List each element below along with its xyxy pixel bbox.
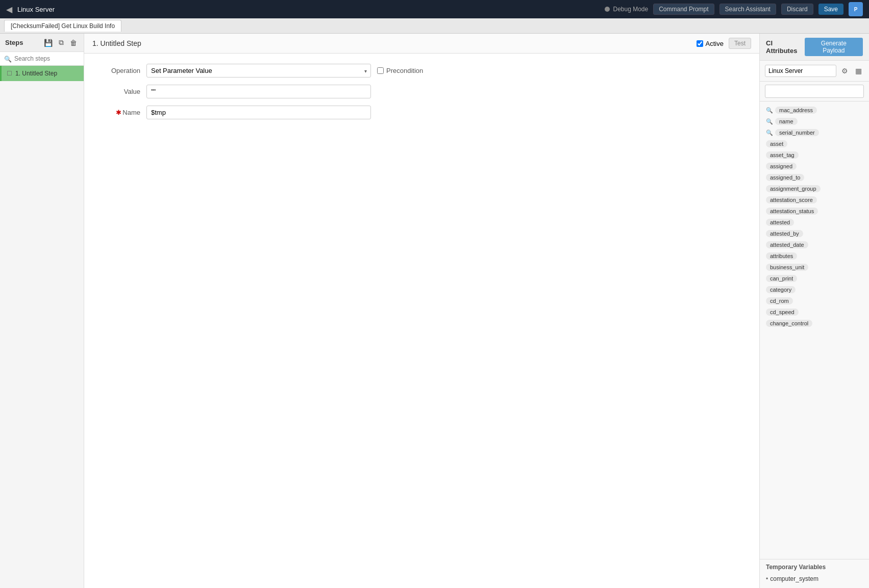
attr-label: serial_number (775, 129, 819, 136)
step-form: Operation Set Parameter Value Get Parame… (84, 54, 759, 137)
active-checkbox-input[interactable] (697, 40, 703, 47)
value-input[interactable] (146, 85, 371, 98)
steps-icons: 💾 ⧉ 🗑 (42, 38, 79, 47)
search-mini-icon: 🔍 (766, 130, 773, 136)
ci-attr-item[interactable]: attested (760, 217, 869, 228)
attr-label: attestation_status (766, 208, 818, 215)
ci-attr-item[interactable]: can_print (760, 273, 869, 284)
value-row: Value (100, 85, 744, 98)
operation-select[interactable]: Set Parameter Value Get Parameter Value … (146, 64, 371, 78)
attr-label: mac_address (775, 107, 817, 114)
temp-vars-section: Temporary Variables •computer_system (760, 559, 869, 588)
ci-attr-item[interactable]: assigned_to (760, 172, 869, 183)
search-mini-icon: 🔍 (766, 118, 773, 125)
center-content: 1. Untitled Step Active Test Operation S… (84, 34, 759, 588)
ci-attr-item[interactable]: 🔍serial_number (760, 127, 869, 138)
attr-label: change_control (766, 320, 812, 327)
duplicate-steps-icon[interactable]: ⧉ (57, 38, 65, 47)
temp-vars-list: •computer_system (766, 574, 863, 584)
attr-label: attested_date (766, 241, 808, 248)
ci-attr-item[interactable]: asset (760, 138, 869, 149)
save-steps-icon[interactable]: 💾 (42, 38, 54, 47)
attr-label: assigned (766, 163, 797, 170)
ci-attr-item[interactable]: attributes (760, 250, 869, 262)
attr-label: name (775, 118, 798, 125)
value-label: Value (100, 88, 140, 95)
ci-attr-item[interactable]: category (760, 284, 869, 295)
save-button[interactable]: Save (818, 4, 843, 15)
ci-settings-icon-btn[interactable]: ⚙ (839, 66, 850, 76)
name-label: ✱Name (100, 109, 140, 116)
attr-label: can_print (766, 275, 797, 282)
main-layout: Steps 💾 ⧉ 🗑 🔍 ☐ 1. Untitled Step 1. Unti… (0, 34, 869, 588)
active-label: Active (706, 40, 724, 47)
ci-attr-item[interactable]: attested_date (760, 239, 869, 250)
search-mini-icon: 🔍 (766, 107, 773, 114)
back-button[interactable]: ◀ (6, 5, 12, 14)
left-sidebar: Steps 💾 ⧉ 🗑 🔍 ☐ 1. Untitled Step (0, 34, 84, 588)
ci-dropdown-row: Linux Server ⚙ ▦ (760, 61, 869, 82)
ci-attr-item[interactable]: asset_tag (760, 149, 869, 161)
delete-steps-icon[interactable]: 🗑 (68, 38, 79, 47)
search-icon: 🔍 (4, 56, 12, 63)
ci-attributes-list: 🔍mac_address🔍name🔍serial_numberassetasse… (760, 101, 869, 559)
ci-attr-item[interactable]: attestation_score (760, 194, 869, 206)
ci-attr-item[interactable]: assignment_group (760, 183, 869, 194)
precondition-checkbox[interactable] (377, 67, 384, 74)
ci-attr-item[interactable]: business_unit (760, 262, 869, 273)
ci-attr-item[interactable]: assigned (760, 161, 869, 172)
steps-header: Steps 💾 ⧉ 🗑 (0, 34, 84, 52)
attr-label: business_unit (766, 264, 808, 271)
right-panel: CI Attributes Generate Payload Linux Ser… (759, 34, 869, 588)
generate-payload-button[interactable]: Generate Payload (805, 38, 863, 56)
attr-label: attributes (766, 252, 797, 260)
attr-label: assignment_group (766, 185, 821, 192)
step-title: 1. Untitled Step (92, 39, 691, 47)
attr-label: asset (766, 140, 787, 147)
ci-search-input[interactable] (765, 85, 864, 98)
operation-row: Operation Set Parameter Value Get Parame… (100, 64, 744, 78)
operation-select-wrapper: Set Parameter Value Get Parameter Value … (146, 64, 371, 78)
precondition-label[interactable]: Precondition (377, 67, 423, 74)
temp-vars-title: Temporary Variables (766, 564, 863, 571)
ci-search-wrapper (760, 82, 869, 101)
ci-attr-item[interactable]: attested_by (760, 228, 869, 239)
ci-attr-item[interactable]: 🔍mac_address (760, 105, 869, 116)
ci-attributes-title: CI Attributes (766, 39, 805, 55)
required-star: ✱ (116, 109, 121, 116)
test-button[interactable]: Test (729, 38, 751, 49)
debug-mode-indicator: Debug Mode (605, 6, 648, 13)
temp-var-bullet: • (766, 575, 768, 582)
ci-attr-item[interactable]: attestation_status (760, 206, 869, 217)
step-item-label: 1. Untitled Step (15, 70, 57, 77)
precondition-text: Precondition (386, 67, 423, 74)
discard-button[interactable]: Discard (781, 4, 813, 15)
step-item-icon: ☐ (7, 70, 12, 77)
ci-attr-item[interactable]: change_control (760, 318, 869, 329)
temp-var-label: computer_system (770, 575, 818, 582)
logo: P (849, 2, 863, 16)
name-input[interactable] (146, 106, 371, 119)
ci-class-dropdown[interactable]: Linux Server (765, 65, 836, 77)
step-item-1[interactable]: ☐ 1. Untitled Step (0, 66, 84, 81)
ci-grid-icon-btn[interactable]: ▦ (853, 66, 864, 76)
name-row: ✱Name (100, 106, 744, 119)
debug-dot (605, 7, 610, 12)
ci-attr-item[interactable]: cd_speed (760, 306, 869, 318)
search-steps-input[interactable] (0, 52, 84, 66)
ci-attr-item[interactable]: 🔍name (760, 116, 869, 127)
attr-label: cd_rom (766, 297, 793, 304)
active-checkbox-label[interactable]: Active (697, 40, 724, 47)
search-assistant-button[interactable]: Search Assistant (719, 4, 776, 15)
command-prompt-button[interactable]: Command Prompt (653, 4, 714, 15)
attr-label: attested_by (766, 230, 803, 237)
attr-label: assigned_to (766, 174, 804, 181)
step-header: 1. Untitled Step Active Test (84, 34, 759, 54)
attr-label: attestation_score (766, 196, 817, 203)
top-bar: ◀ Linux Server Debug Mode Command Prompt… (0, 0, 869, 18)
steps-label: Steps (5, 39, 23, 46)
tab-checksumfailed[interactable]: [ChecksumFailed] Get Linux Build Info (4, 20, 121, 32)
ci-attributes-header: CI Attributes Generate Payload (760, 34, 869, 61)
ci-attr-item[interactable]: cd_rom (760, 295, 869, 306)
tab-bar: [ChecksumFailed] Get Linux Build Info (0, 18, 869, 34)
